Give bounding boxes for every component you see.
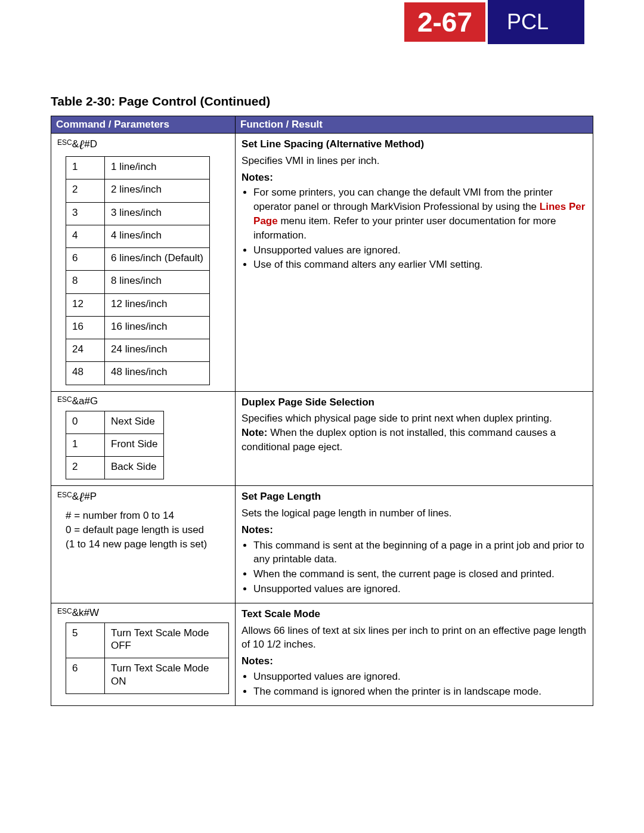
function-title: Set Page Length [242,490,587,504]
function-title: Set Line Spacing (Alternative Method) [242,137,587,151]
section-box: PCL [488,0,584,44]
command-code: ESC&ℓ#D [57,138,97,150]
function-desc: Sets the logical page length in number o… [242,506,587,521]
page-control-table: Command / Parameters Function / Result E… [51,116,593,706]
param-text: # = number from 0 to 14 0 = default page… [66,509,229,551]
param-list: 0Next Side 1Front Side 2Back Side [66,411,164,480]
table-row: ESC&a#G 0Next Side 1Front Side 2Back Sid… [51,391,593,486]
notes-list: Unsupported values are ignored. The comm… [242,670,587,699]
col-header-function: Function / Result [236,116,593,134]
notes-list: For some printers, you can change the de… [242,185,587,272]
param-list: 11 line/inch 22 lines/inch 33 lines/inch… [66,156,210,385]
table-row: ESC&ℓ#P # = number from 0 to 14 0 = defa… [51,486,593,603]
table-title: Table 2-30: Page Control (Continued) [51,94,593,109]
notes-label: Notes: [242,654,587,668]
param-list: 5Turn Text Scale Mode OFF 6Turn Text Sca… [66,623,229,694]
notes-label: Notes: [242,523,587,537]
table-row: ESC&k#W 5Turn Text Scale Mode OFF 6Turn … [51,603,593,705]
command-code: ESC&k#W [57,607,99,618]
function-title: Text Scale Mode [242,607,587,621]
notes-label: Notes: [242,171,587,185]
col-header-command: Command / Parameters [51,116,236,134]
function-desc: Specifies VMI in lines per inch. [242,154,587,168]
function-note: Note: When the duplex option is not inst… [242,426,587,454]
page-number-box: 2-67 [402,0,488,44]
function-desc: Specifies which physical page side to pr… [242,411,587,426]
function-title: Duplex Page Side Selection [242,395,587,410]
table-row: ESC&ℓ#D 11 line/inch 22 lines/inch 33 li… [51,134,593,392]
command-code: ESC&ℓ#P [57,491,97,502]
command-code: ESC&a#G [57,395,98,407]
page-header: 2-67 PCL [402,0,584,44]
function-desc: Allows 66 lines of text at six lines per… [242,624,587,652]
notes-list: This command is sent at the beginning of… [242,538,587,596]
